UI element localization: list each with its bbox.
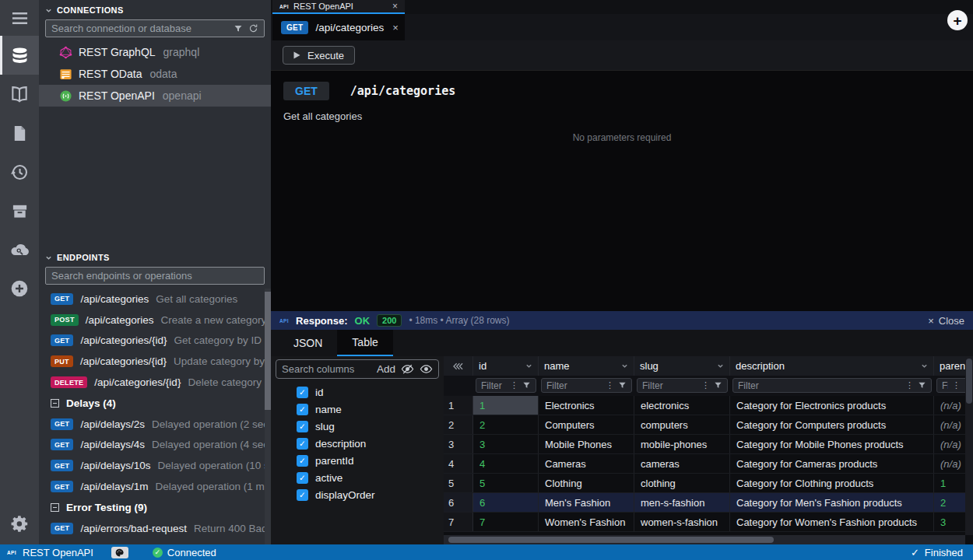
filter-input-slug[interactable] xyxy=(642,380,697,391)
subtab-api-categories[interactable]: GET /api/categories × xyxy=(272,14,405,40)
rail-item-reference[interactable] xyxy=(0,75,39,114)
checkbox-checked-icon[interactable]: ✓ xyxy=(297,404,308,415)
cell-id[interactable]: 7 xyxy=(473,513,539,531)
column-search-input[interactable] xyxy=(282,363,371,375)
connection-item-graphql[interactable]: REST GraphQLgraphql xyxy=(39,41,271,63)
table-row[interactable]: 55ClothingclothingCategory for Clothing … xyxy=(444,474,973,493)
eye-icon[interactable] xyxy=(420,362,433,376)
endpoints-header[interactable]: ENDPOINTS xyxy=(39,247,271,264)
filter-input-id[interactable] xyxy=(481,380,506,391)
new-tab-button[interactable]: + xyxy=(947,10,968,30)
cell-description[interactable]: Category for Clothing products xyxy=(730,474,934,492)
cell-id[interactable]: 2 xyxy=(473,415,539,434)
result-tab-json[interactable]: JSON xyxy=(279,330,337,356)
checkbox-checked-icon[interactable]: ✓ xyxy=(297,438,308,450)
cell-slug[interactable]: women-s-fashion xyxy=(634,513,730,531)
filter-input-description[interactable] xyxy=(738,380,901,391)
checkbox-checked-icon[interactable]: ✓ xyxy=(297,472,308,484)
theme-button[interactable] xyxy=(111,547,128,558)
cell-slug[interactable]: clothing xyxy=(634,474,730,492)
filter-input-name[interactable] xyxy=(546,380,602,391)
endpoint-item[interactable]: GET/api/delays/4sDelayed operation (4 se… xyxy=(39,435,271,456)
filter-funnel-icon[interactable] xyxy=(918,381,926,390)
scrollbar-thumb[interactable] xyxy=(265,292,271,410)
checkbox-checked-icon[interactable]: ✓ xyxy=(297,455,308,467)
table-row[interactable]: 33Mobile Phonesmobile-phonesCategory for… xyxy=(444,435,973,454)
endpoint-item[interactable]: GET/api/delays/10sDelayed operation (10 … xyxy=(39,455,271,476)
close-icon[interactable]: × xyxy=(392,1,398,12)
cell-id[interactable]: 6 xyxy=(473,493,539,512)
filter-funnel-icon[interactable] xyxy=(234,24,243,33)
table-row[interactable]: 11ElectronicselectronicsCategory for Ele… xyxy=(444,396,973,415)
cell-slug[interactable]: mobile-phones xyxy=(634,435,730,453)
column-header-id[interactable]: id xyxy=(473,356,539,376)
endpoint-item[interactable]: DELETE/api/categories/{id}Delete categor… xyxy=(39,372,271,393)
endpoint-group[interactable]: Error Testing (9) xyxy=(39,497,271,518)
collapse-columns-button[interactable] xyxy=(444,356,473,376)
column-header-slug[interactable]: slug xyxy=(634,356,730,376)
column-toggle-parentId[interactable]: ✓parentId xyxy=(271,452,444,469)
cell-name[interactable]: Women's Fashion xyxy=(539,513,634,531)
filter-funnel-icon[interactable] xyxy=(618,381,627,390)
settings-button[interactable] xyxy=(0,507,39,540)
close-icon[interactable]: × xyxy=(392,22,399,33)
column-toggle-active[interactable]: ✓active xyxy=(271,469,444,486)
connection-item-odata[interactable]: REST ODataodata xyxy=(39,63,271,85)
cell-id[interactable]: 1 xyxy=(473,396,539,415)
scrollbar-thumb[interactable] xyxy=(966,359,972,404)
cell-slug[interactable]: electronics xyxy=(634,396,730,415)
rail-item-add-connection[interactable] xyxy=(0,269,39,308)
column-toggle-id[interactable]: ✓id xyxy=(271,383,444,401)
endpoint-group[interactable]: Delays (4) xyxy=(39,393,271,414)
endpoints-scrollbar[interactable] xyxy=(265,289,271,544)
cell-description[interactable]: Category for Men's Fashion products xyxy=(730,493,934,512)
chevron-down-icon[interactable] xyxy=(918,362,928,369)
kebab-menu-icon[interactable]: ⋮ xyxy=(701,381,710,390)
kebab-menu-icon[interactable]: ⋮ xyxy=(952,381,961,390)
refresh-icon[interactable] xyxy=(248,23,258,33)
kebab-menu-icon[interactable]: ⋮ xyxy=(606,381,614,390)
rail-item-database[interactable] xyxy=(0,36,39,75)
endpoint-item[interactable]: GET/api/errors/bad-requestReturn 400 Bad… xyxy=(39,518,271,539)
cell-name[interactable]: Cameras xyxy=(539,454,634,473)
rail-item-history[interactable] xyxy=(0,152,39,191)
menu-button[interactable] xyxy=(0,0,39,36)
response-close-button[interactable]: ×Close xyxy=(928,315,964,327)
add-column-button[interactable]: Add xyxy=(377,363,395,375)
cell-name[interactable]: Mobile Phones xyxy=(539,435,634,453)
table-row[interactable]: 22ComputerscomputersCategory for Compute… xyxy=(444,415,973,435)
filter-funnel-icon[interactable] xyxy=(714,381,722,390)
connections-header[interactable]: CONNECTIONS xyxy=(39,0,271,17)
kebab-menu-icon[interactable]: ⋮ xyxy=(905,381,914,390)
kebab-menu-icon[interactable]: ⋮ xyxy=(510,381,518,390)
grid-vertical-scrollbar[interactable] xyxy=(965,356,973,535)
column-header-description[interactable]: description xyxy=(730,356,934,376)
tab-rest-openapi[interactable]: API REST OpenAPI × xyxy=(272,0,405,14)
eye-off-icon[interactable] xyxy=(401,362,414,376)
endpoint-item[interactable]: GET/api/categoriesGet all categories xyxy=(39,289,271,310)
endpoint-item[interactable]: PUT/api/categories/{id}Update category b… xyxy=(39,351,271,372)
rail-item-cloud-search[interactable] xyxy=(0,230,39,269)
table-row[interactable]: 66Men's Fashionmen-s-fashionCategory for… xyxy=(444,493,973,513)
cell-description[interactable]: Category for Computers products xyxy=(730,415,934,434)
filter-funnel-icon[interactable] xyxy=(522,381,531,390)
checkbox-checked-icon[interactable]: ✓ xyxy=(297,387,308,398)
column-toggle-slug[interactable]: ✓slug xyxy=(271,418,444,435)
connections-search-input[interactable] xyxy=(51,23,228,34)
grid-horizontal-scrollbar[interactable] xyxy=(444,535,965,544)
column-header-name[interactable]: name xyxy=(539,356,634,376)
chevron-down-icon[interactable] xyxy=(522,362,532,369)
rail-item-files[interactable] xyxy=(0,114,39,152)
connection-item-openapi[interactable]: REST OpenAPIopenapi xyxy=(39,85,271,107)
chevron-down-icon[interactable] xyxy=(714,362,724,369)
table-row[interactable]: 44CamerascamerasCategory for Cameras pro… xyxy=(444,454,973,474)
column-toggle-description[interactable]: ✓description xyxy=(271,435,444,452)
cell-description[interactable]: Category for Cameras products xyxy=(730,454,934,473)
execute-button[interactable]: Execute xyxy=(283,46,355,65)
cell-name[interactable]: Clothing xyxy=(539,474,634,492)
endpoint-item[interactable]: GET/api/delays/1mDelayed operation (1 mi… xyxy=(39,476,271,497)
cell-slug[interactable]: men-s-fashion xyxy=(634,493,730,512)
scrollbar-thumb[interactable] xyxy=(448,537,774,543)
cell-name[interactable]: Men's Fashion xyxy=(539,493,634,512)
table-row[interactable]: 77Women's Fashionwomen-s-fashionCategory… xyxy=(444,513,973,532)
